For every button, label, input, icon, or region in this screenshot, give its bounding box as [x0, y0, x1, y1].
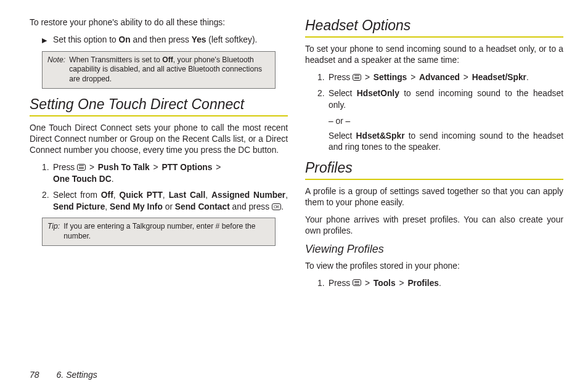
gt-icon: >	[410, 73, 415, 82]
profiles-p1: A profile is a group of settings saved t…	[305, 186, 563, 208]
hs-step-2: 2. Select HdsetOnly to send incoming sou…	[317, 88, 563, 111]
tip-label: Tip:	[47, 222, 60, 242]
t: Press	[329, 73, 353, 82]
tip-body: If you are entering a Talkgroup number, …	[63, 222, 270, 242]
opt-send-picture: Send Picture	[53, 202, 105, 211]
t: (left softkey).	[206, 35, 258, 44]
gt-icon: >	[216, 163, 221, 172]
step-number: 2.	[317, 88, 329, 100]
right-column: Headset Options To set your phone to sen…	[305, 17, 563, 350]
step-number: 1.	[42, 162, 53, 174]
dc-step-2: 2. Select from Off, Quick PTT, Last Call…	[42, 190, 288, 213]
note-body: When Transmitters is set to Off, your ph…	[69, 55, 270, 85]
direct-connect-para: One Touch Direct Connect sets your phone…	[30, 123, 288, 156]
view-profiles-para: To view the profiles stored in your phon…	[305, 261, 563, 272]
menu-icon	[353, 279, 361, 286]
t: and then press	[131, 35, 192, 44]
path-settings: Settings	[374, 73, 407, 82]
rule	[305, 36, 563, 38]
path-headset-spkr: Headset/Spkr	[472, 73, 526, 82]
vp-step-1-text: Press > Tools > Profiles.	[329, 278, 563, 290]
path-one-touch-dc: One Touch DC	[53, 174, 112, 184]
opt-off: Off	[101, 190, 113, 200]
menu-icon	[77, 164, 86, 171]
heading-viewing-profiles: Viewing Profiles	[305, 243, 563, 256]
gt-icon: >	[365, 279, 370, 288]
path-advanced: Advanced	[419, 73, 460, 82]
chapter-title: 6. Settings	[57, 370, 97, 380]
hs-step-2-text: Select HdsetOnly to send incoming sound …	[329, 88, 563, 111]
heading-direct-connect: Setting One Touch Direct Connect	[30, 96, 288, 113]
restore-intro: To restore your phone's ability to do al…	[30, 17, 288, 28]
opt-hdset-spkr: Hdset&Spkr	[356, 131, 405, 141]
t: Press	[53, 163, 77, 172]
hs-step-2b: Select Hdset&Spkr to send incoming sound…	[329, 131, 563, 153]
content-columns: To restore your phone's ability to do al…	[30, 17, 563, 350]
opt-assigned-number: Assigned Number	[211, 190, 285, 200]
t: Select	[329, 131, 356, 141]
step-number: 1.	[317, 72, 329, 84]
headset-para: To set your phone to send incoming sound…	[305, 44, 563, 66]
hs-step-1-text: Press > Settings > Advanced > Headset/Sp…	[329, 72, 563, 84]
opt-send-my-info: Send My Info	[110, 202, 163, 211]
path-ptt-options: PTT Options	[161, 163, 212, 172]
t: Press	[329, 279, 353, 288]
gt-icon: >	[89, 163, 94, 172]
path-push-to-talk: Push To Talk	[98, 163, 150, 172]
path-profiles: Profiles	[407, 279, 439, 288]
left-column: To restore your phone's ability to do al…	[30, 17, 288, 350]
vp-step-1: 1. Press > Tools > Profiles.	[317, 278, 563, 290]
restore-bullet-text: Set this option to On and then press Yes…	[53, 35, 288, 46]
menu-icon	[353, 74, 361, 81]
t: or	[163, 202, 175, 211]
heading-profiles: Profiles	[305, 160, 563, 176]
rule	[30, 115, 288, 116]
rule	[305, 179, 563, 180]
yes-label: Yes	[192, 35, 206, 44]
page-footer: 78 6. Settings	[30, 370, 97, 380]
page-number: 78	[30, 370, 39, 380]
hs-step-1: 1. Press > Settings > Advanced > Headset…	[317, 72, 563, 84]
dc-step-2-text: Select from Off, Quick PTT, Last Call, A…	[53, 190, 288, 213]
opt-send-contact: Send Contact	[175, 202, 230, 211]
path-tools: Tools	[374, 279, 396, 288]
ok-icon: OK	[272, 203, 281, 210]
gt-icon: >	[399, 279, 404, 288]
note-label: Note:	[47, 55, 65, 85]
profiles-p2: Your phone arrives with preset profiles.…	[305, 214, 563, 237]
step-number: 2.	[42, 190, 53, 202]
gt-icon: >	[153, 163, 158, 172]
gt-icon: >	[463, 73, 468, 82]
t: Select	[329, 89, 357, 98]
gt-icon: >	[365, 73, 370, 82]
opt-quick-ptt: Quick PTT	[120, 190, 163, 200]
t: Set this option to	[53, 35, 119, 44]
t: Select from	[53, 190, 101, 200]
dc-step-1-text: Press > Push To Talk > PTT Options > One…	[53, 162, 288, 185]
opt-hdset-only: HdsetOnly	[357, 89, 399, 98]
note-box: Note: When Transmitters is set to Off, y…	[42, 51, 276, 89]
restore-bullet: ▶ Set this option to On and then press Y…	[42, 35, 288, 46]
on-label: On	[119, 35, 131, 44]
heading-headset-options: Headset Options	[305, 17, 563, 34]
or-separator: – or –	[329, 116, 563, 126]
tip-box: Tip: If you are entering a Talkgroup num…	[42, 218, 276, 246]
t: and press	[230, 202, 272, 211]
step-number: 1.	[317, 278, 329, 290]
opt-last-call: Last Call	[169, 190, 206, 200]
arrow-icon: ▶	[42, 35, 53, 45]
dc-step-1: 1. Press > Push To Talk > PTT Options > …	[42, 162, 288, 185]
